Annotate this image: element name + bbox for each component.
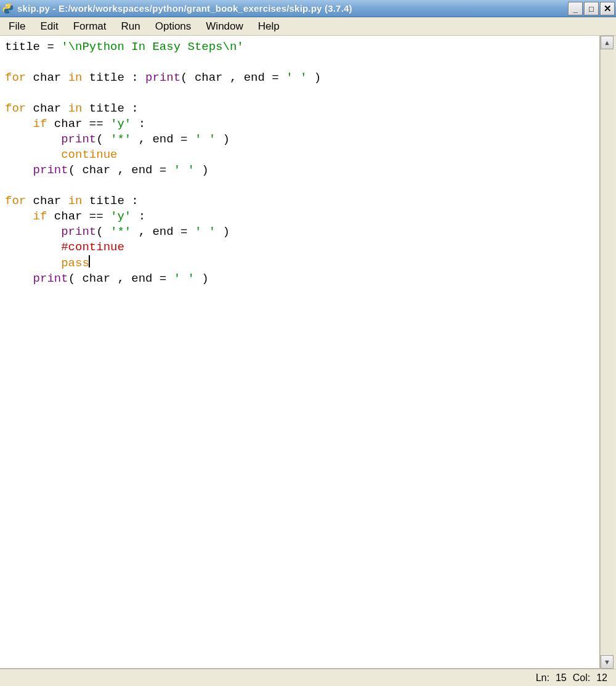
window-title: skip.py - E:/work/workspaces/python/gran… <box>17 3 352 14</box>
editor-wrap: title = '\nPython In Easy Steps\n' for c… <box>0 36 600 669</box>
status-ln-value: 15 <box>556 672 567 684</box>
status-col-value: 12 <box>596 672 607 684</box>
chevron-up-icon: ▲ <box>604 39 610 46</box>
title-bar[interactable]: skip.py - E:/work/workspaces/python/gran… <box>0 0 616 17</box>
menu-help[interactable]: Help <box>252 18 288 35</box>
python-idle-icon <box>2 3 14 14</box>
scroll-down-button[interactable]: ▼ <box>601 655 614 669</box>
status-ln-label: Ln: <box>536 672 549 684</box>
menu-options[interactable]: Options <box>149 18 200 35</box>
window-controls: _ □ ✕ <box>568 2 615 15</box>
code-editor[interactable]: title = '\nPython In Easy Steps\n' for c… <box>0 36 599 290</box>
close-button[interactable]: ✕ <box>600 2 615 15</box>
close-icon: ✕ <box>604 3 612 14</box>
svg-point-0 <box>6 5 6 6</box>
vertical-scrollbar[interactable]: ▲ ▼ <box>600 36 614 669</box>
work-area: title = '\nPython In Easy Steps\n' for c… <box>0 36 616 669</box>
maximize-icon: □ <box>589 4 594 14</box>
minimize-button[interactable]: _ <box>568 2 583 15</box>
maximize-button[interactable]: □ <box>584 2 599 15</box>
text-cursor <box>89 255 90 267</box>
chevron-down-icon: ▼ <box>604 658 610 666</box>
scroll-up-button[interactable]: ▲ <box>601 36 614 49</box>
menu-bar: File Edit Format Run Options Window Help <box>0 17 616 36</box>
menu-edit[interactable]: Edit <box>34 18 67 35</box>
status-col-label: Col: <box>573 672 590 684</box>
menu-window[interactable]: Window <box>200 18 251 35</box>
menu-file[interactable]: File <box>2 18 34 35</box>
menu-format[interactable]: Format <box>67 18 115 35</box>
scroll-track[interactable] <box>601 49 614 655</box>
status-bar: Ln: 15 Col: 12 <box>0 669 616 686</box>
menu-run[interactable]: Run <box>115 18 149 35</box>
svg-point-1 <box>9 11 10 12</box>
minimize-icon: _ <box>573 4 577 14</box>
